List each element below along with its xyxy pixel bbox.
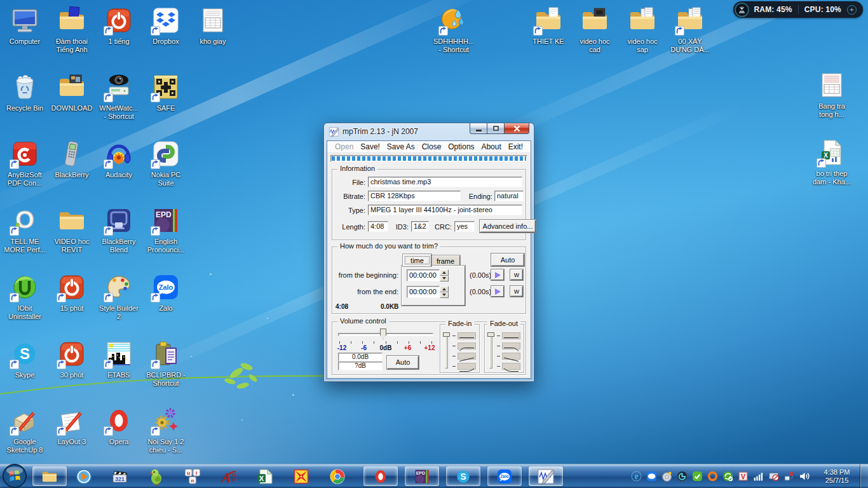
desktop-icon-15-phut[interactable]: 15 phút — [48, 272, 95, 313]
fade-curve-icon[interactable] — [458, 342, 476, 349]
show-desktop-button[interactable] — [860, 464, 868, 488]
menu-about[interactable]: About — [481, 142, 501, 151]
desktop-icon-wnetwatcher[interactable]: WNetWatc... - Shortcut — [95, 72, 142, 121]
desktop-icon-30-phut[interactable]: 30 phút — [48, 339, 95, 379]
tray-vred-icon[interactable]: V — [738, 471, 749, 482]
tray-avira-icon[interactable] — [707, 471, 718, 482]
tray-ie-icon[interactable]: e — [631, 471, 642, 482]
desktop-icon-video-hoc-sap[interactable]: video hoc sap — [619, 5, 666, 54]
taskbar-unikey-button[interactable]: uin — [182, 466, 203, 487]
fade-curve-icon[interactable] — [458, 332, 476, 339]
volume-auto-button[interactable]: Auto — [387, 356, 419, 369]
crc-value[interactable]: yes — [454, 221, 475, 232]
tray-signal-icon[interactable] — [753, 471, 764, 482]
menu-save-as[interactable]: Save As — [387, 142, 415, 151]
desktop-icon-1-tieng[interactable]: 1 tiếng — [95, 5, 142, 46]
desktop-icon-tell-me-more[interactable]: O TELL ME MORE Perf... — [1, 205, 48, 254]
taskbar[interactable]: 321uinA2010XEPDSZalo eV 4:38 PM 25/7/15 — [0, 464, 868, 488]
desktop-icon-dam-thoai[interactable]: Đàm thoai Tiếng Anh — [48, 5, 95, 54]
advanced-info-button[interactable]: Advanced info... — [480, 220, 536, 233]
desktop-icon-bang-tra[interactable]: Bang tra tong h... — [808, 70, 855, 119]
taskbar-skype-button[interactable]: S — [446, 466, 480, 486]
desktop-icon-skype[interactable]: S Skype — [1, 339, 48, 379]
tray-leaf-icon[interactable] — [692, 471, 703, 482]
desktop-icon-bclipbrd[interactable]: BCLIPBRD - Shortcut — [142, 339, 189, 388]
taskbar-wmp-button[interactable] — [74, 466, 94, 487]
trim-begin-spinner[interactable]: 00:00:00 — [407, 269, 449, 281]
w-beginning-button[interactable]: w — [510, 269, 523, 280]
minimize-button[interactable] — [470, 123, 487, 134]
taskbar-clock[interactable]: 4:38 PM 25/7/15 — [817, 468, 857, 485]
fade-curve-icon[interactable] — [502, 363, 520, 370]
tray-net-x-icon[interactable] — [783, 471, 794, 482]
tray-monitor-off-icon[interactable] — [768, 471, 779, 482]
spin-down-icon[interactable] — [440, 276, 449, 282]
tray-zalo-mini-icon[interactable] — [646, 471, 657, 482]
fade-in-slider-thumb[interactable] — [443, 332, 450, 337]
fade-curve-icon[interactable] — [458, 353, 476, 360]
expand-plus-icon[interactable]: + — [847, 5, 857, 15]
desktop-icon-blackberry[interactable]: BlackBerry — [48, 139, 95, 179]
volume-slider[interactable]: -12 -6 0dB +6 +12 — [338, 329, 433, 354]
fade-out-slider[interactable] — [489, 333, 492, 369]
desktop-icon-nokia-pc-suite[interactable]: Nokia PC Suite — [142, 139, 189, 187]
ram-cpu-widget[interactable]: RAM: 45% CPU: 10% + — [733, 1, 863, 18]
length-value[interactable]: 4:08 — [368, 221, 388, 232]
taskbar-epd-button[interactable]: EPD — [405, 466, 439, 486]
trim-end-spinner[interactable]: 00:00:00 — [407, 286, 449, 298]
tab-time[interactable]: time — [403, 254, 431, 266]
spin-up-icon[interactable] — [440, 269, 449, 276]
slider-thumb[interactable] — [380, 329, 386, 339]
spin-down-icon[interactable] — [440, 292, 449, 299]
taskbar-zalo-button[interactable]: Zalo — [487, 466, 522, 486]
desktop-icon-bo-tri-thep[interactable]: X bo tri thep dam - Kha... — [808, 137, 855, 186]
taskbar-excel-button[interactable]: X — [255, 466, 275, 487]
id3-value[interactable]: 1&2 — [411, 221, 429, 232]
tray-gcircle-icon[interactable] — [677, 471, 688, 482]
menu-open[interactable]: Open — [335, 142, 353, 151]
taskbar-opera-button[interactable] — [363, 466, 398, 486]
desktop-icon-computer[interactable]: Computer — [1, 5, 48, 46]
desktop-icon-video-hoc-cad[interactable]: video hoc cad — [571, 5, 618, 54]
taskbar-mpc-321-button[interactable]: 321 — [110, 466, 130, 487]
fade-curve-icon[interactable] — [502, 353, 520, 360]
menu-exit[interactable]: Exit! — [508, 142, 523, 151]
fade-curve-icon[interactable] — [458, 363, 476, 370]
spinner-buttons[interactable] — [440, 269, 449, 281]
tray-volume-icon[interactable] — [799, 471, 810, 482]
spin-up-icon[interactable] — [440, 286, 449, 292]
fade-curve-icon[interactable] — [502, 342, 520, 349]
desktop-icon-download[interactable]: DOWNLOAD — [48, 72, 95, 112]
desktop-icon-video-hoc-revit[interactable]: VIDEO hoc REVIT — [48, 205, 95, 254]
maximize-button[interactable] — [487, 123, 504, 134]
desktop-icon-layout-3[interactable]: LayOut 3 — [48, 405, 95, 446]
menu-close[interactable]: Close — [422, 142, 442, 151]
desktop-icon-google-sketchup[interactable]: Google SketchUp 8 — [1, 405, 48, 454]
trim-begin-value[interactable]: 00:00:00 — [407, 269, 440, 281]
desktop-icon-blackberry-blend[interactable]: BlackBerry Blend — [95, 205, 142, 254]
tray-disc-icon[interactable] — [661, 471, 672, 482]
tab-frame[interactable]: frame — [431, 255, 460, 266]
taskbar-chrome-button[interactable] — [327, 466, 348, 487]
taskbar-autocad-2010-button[interactable]: A2010 — [219, 466, 239, 487]
w-end-button[interactable]: w — [510, 286, 523, 297]
desktop-icon-audacity[interactable]: Audacity — [95, 139, 142, 179]
desktop-icon-opera[interactable]: Opera — [95, 405, 142, 446]
start-button[interactable] — [2, 463, 27, 488]
desktop-icon-english-pronouncing[interactable]: EPD English Pronounci... — [142, 205, 189, 254]
play-beginning-button[interactable] — [491, 269, 504, 280]
ending-value[interactable]: natural — [494, 191, 524, 201]
desktop-icon-recycle-bin[interactable]: Recycle Bin — [1, 72, 48, 112]
menu-options[interactable]: Options — [448, 142, 474, 151]
taskbar-mptrim-button[interactable] — [529, 466, 563, 486]
desktop-icon-noi-suy[interactable]: Noi Suy 1 2 chieu - S... — [142, 405, 189, 454]
bitrate-value[interactable]: CBR 128Kbps — [368, 191, 461, 201]
desktop-icon-sdhhhhh[interactable]: SDHHHHH... - Shortcut — [430, 5, 477, 54]
desktop-icon-anybizsoft[interactable]: AnyBizSoft PDF Con... — [1, 139, 48, 187]
fade-out-slider-thumb[interactable] — [487, 332, 494, 337]
desktop-icon-etabs[interactable]: ETABS — [95, 339, 142, 379]
type-value[interactable]: MPEG 1 layer III 44100Hz - joint-stereo — [368, 205, 522, 215]
play-end-button[interactable] — [491, 286, 504, 297]
tray-recycle-sync-icon[interactable] — [722, 471, 733, 482]
desktop-icon-safe[interactable]: SAFE — [142, 72, 189, 112]
